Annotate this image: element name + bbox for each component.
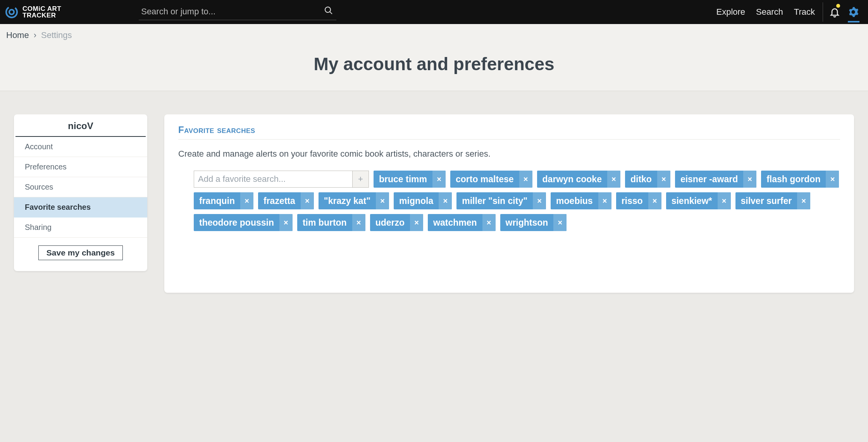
tag-remove-button[interactable]: × xyxy=(533,192,546,209)
tag: risso× xyxy=(616,192,661,209)
tag: frazetta× xyxy=(258,192,314,209)
tag: tim burton× xyxy=(297,214,365,231)
tag-label: mignola xyxy=(394,192,439,209)
sidebar-item-preferences[interactable]: Preferences xyxy=(14,157,147,177)
tag-remove-button[interactable]: × xyxy=(598,192,611,209)
tag-label: wrightson xyxy=(500,214,554,231)
tag-remove-button[interactable]: × xyxy=(240,192,253,209)
tag-remove-button[interactable]: × xyxy=(519,171,532,188)
main-panel: Favorite searches Create and manage aler… xyxy=(164,114,854,293)
tag: silver surfer× xyxy=(735,192,811,209)
section-desc: Create and manage alerts on your favorit… xyxy=(178,149,840,159)
add-search-button[interactable]: + xyxy=(352,171,369,187)
tag-remove-button[interactable]: × xyxy=(607,171,620,188)
gear-icon xyxy=(848,7,859,17)
tag: wrightson× xyxy=(500,214,567,231)
sidebar-item-account[interactable]: Account xyxy=(14,137,147,157)
sidebar-item-sharing[interactable]: Sharing xyxy=(14,218,147,238)
tag: uderzo× xyxy=(370,214,423,231)
sidebar-username: nicoV xyxy=(16,114,146,137)
tag-label: sienkiew* xyxy=(666,192,718,209)
tag-remove-button[interactable]: × xyxy=(279,214,293,231)
tag: "krazy kat"× xyxy=(319,192,389,209)
tag-label: tim burton xyxy=(297,214,352,231)
tag-remove-button[interactable]: × xyxy=(482,214,496,231)
tag-label: silver surfer xyxy=(735,192,797,209)
tag-label: ditko xyxy=(625,171,657,188)
primary-nav: Explore Search Track xyxy=(711,0,863,24)
brand[interactable]: COMiC ART TRACKER xyxy=(5,5,61,19)
topbar: COMiC ART TRACKER Explore Search Track xyxy=(0,0,868,24)
tag: sienkiew*× xyxy=(666,192,731,209)
brand-logo-icon xyxy=(5,5,19,19)
tag-remove-button[interactable]: × xyxy=(657,171,670,188)
tag-label: corto maltese xyxy=(450,171,519,188)
nav-divider xyxy=(823,2,823,22)
settings-button[interactable] xyxy=(844,0,863,24)
settings-sidebar: nicoV AccountPreferencesSourcesFavorite … xyxy=(14,114,147,271)
tag-label: eisner -award xyxy=(675,171,743,188)
settings-active-indicator xyxy=(848,21,859,22)
breadcrumb: Home › Settings xyxy=(6,24,862,44)
search-icon[interactable] xyxy=(324,6,333,15)
nav-search[interactable]: Search xyxy=(751,0,789,24)
notifications-button[interactable] xyxy=(825,0,844,24)
add-search-input[interactable] xyxy=(194,171,352,187)
content: nicoV AccountPreferencesSourcesFavorite … xyxy=(0,91,868,308)
sidebar-list: AccountPreferencesSourcesFavorite search… xyxy=(14,137,147,238)
tag-label: frazetta xyxy=(258,192,301,209)
tag: darwyn cooke× xyxy=(537,171,620,188)
breadcrumb-sep: › xyxy=(34,30,36,40)
tag: theodore poussin× xyxy=(194,214,293,231)
add-search-wrap: + xyxy=(194,171,369,188)
tag-remove-button[interactable]: × xyxy=(432,171,446,188)
breadcrumb-home[interactable]: Home xyxy=(6,30,29,40)
tag-label: bruce timm xyxy=(374,171,432,188)
tag: bruce timm× xyxy=(374,171,446,188)
brand-text: COMiC ART TRACKER xyxy=(22,5,61,19)
tag-label: moebius xyxy=(551,192,598,209)
tag: franquin× xyxy=(194,192,253,209)
tag: corto maltese× xyxy=(450,171,532,188)
tag: mignola× xyxy=(394,192,452,209)
search-input[interactable] xyxy=(139,4,336,20)
sidebar-item-favorite-searches[interactable]: Favorite searches xyxy=(14,197,147,218)
save-button[interactable]: Save my changes xyxy=(38,245,123,260)
global-search xyxy=(139,4,336,20)
tag-remove-button[interactable]: × xyxy=(553,214,567,231)
sidebar-item-sources[interactable]: Sources xyxy=(14,177,147,197)
tag-remove-button[interactable]: × xyxy=(826,171,839,188)
tag-label: watchmen xyxy=(428,214,482,231)
tag-remove-button[interactable]: × xyxy=(439,192,452,209)
notification-dot xyxy=(836,4,840,8)
tag: moebius× xyxy=(551,192,611,209)
tag: watchmen× xyxy=(428,214,495,231)
tag-label: "krazy kat" xyxy=(319,192,376,209)
tag-remove-button[interactable]: × xyxy=(797,192,810,209)
tag-label: theodore poussin xyxy=(194,214,279,231)
tag: miller "sin city"× xyxy=(456,192,546,209)
tag: eisner -award× xyxy=(675,171,756,188)
tag-label: franquin xyxy=(194,192,240,209)
tag-remove-button[interactable]: × xyxy=(301,192,314,209)
tag-remove-button[interactable]: × xyxy=(718,192,731,209)
tag-label: risso xyxy=(616,192,648,209)
tag-label: darwyn cooke xyxy=(537,171,607,188)
tag-remove-button[interactable]: × xyxy=(376,192,389,209)
nav-explore[interactable]: Explore xyxy=(711,0,751,24)
tag-label: uderzo xyxy=(370,214,410,231)
breadcrumb-current: Settings xyxy=(41,30,72,40)
tag-label: miller "sin city" xyxy=(456,192,533,209)
page-title: My account and preferences xyxy=(6,54,862,74)
tag-remove-button[interactable]: × xyxy=(743,171,756,188)
svg-point-1 xyxy=(9,10,14,14)
tag-remove-button[interactable]: × xyxy=(410,214,423,231)
tag: ditko× xyxy=(625,171,670,188)
tag-area: + bruce timm×corto maltese×darwyn cooke×… xyxy=(178,171,840,231)
tag-remove-button[interactable]: × xyxy=(352,214,365,231)
tag-remove-button[interactable]: × xyxy=(648,192,661,209)
nav-track[interactable]: Track xyxy=(789,0,820,24)
section-title: Favorite searches xyxy=(178,124,840,140)
bell-icon xyxy=(829,7,840,17)
tag-label: flash gordon xyxy=(761,171,826,188)
